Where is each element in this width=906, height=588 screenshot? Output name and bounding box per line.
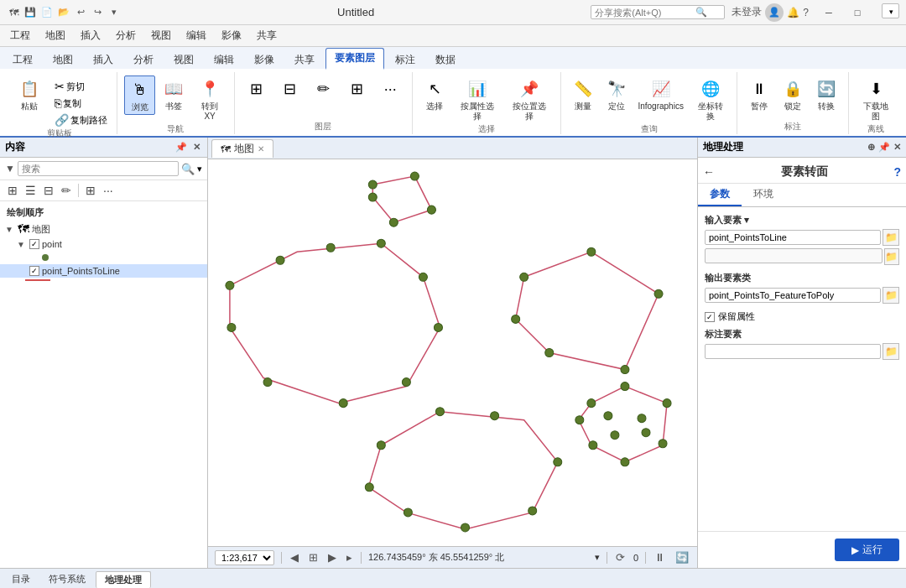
goto-xy-button[interactable]: 📍 转到XY — [192, 75, 226, 123]
measure-button[interactable]: 📏 测量 — [568, 75, 598, 113]
gp-tab-params[interactable]: 参数 — [698, 184, 742, 206]
browse-button[interactable]: 🖱 浏览 — [124, 75, 156, 115]
tree-item-map[interactable]: ▼ 🗺 地图 — [0, 221, 207, 237]
menu-item-map[interactable]: 地图 — [39, 27, 72, 44]
scale-select[interactable]: 1:23,617 — [215, 550, 274, 565]
gp-input-sub-folder-button[interactable]: 📁 — [884, 248, 899, 265]
open-icon[interactable]: 📂 — [57, 6, 70, 19]
layer2-checkbox[interactable]: ✓ — [29, 266, 39, 276]
gp-close-icon[interactable]: ✕ — [893, 142, 901, 153]
copy-path-button[interactable]: 🔗 复制路径 — [52, 112, 110, 127]
gp-add-icon[interactable]: ⊕ — [867, 142, 875, 153]
menu-item-edit[interactable]: 编辑 — [180, 27, 213, 44]
tab-data[interactable]: 数据 — [426, 49, 465, 70]
loc-select-button[interactable]: 📌 按位置选择 — [505, 75, 554, 123]
undo-icon[interactable]: ↩ — [74, 6, 87, 19]
coord-convert-button[interactable]: 🌐 坐标转换 — [690, 75, 731, 123]
menu-item-insert[interactable]: 插入 — [74, 27, 107, 44]
tab-insert[interactable]: 插入 — [84, 49, 122, 70]
tab-feature-layer[interactable]: 要素图层 — [325, 48, 384, 70]
tab-imagery[interactable]: 影像 — [245, 49, 284, 70]
map-dropdown[interactable] — [882, 3, 899, 18]
gp-back-icon[interactable]: ← — [703, 165, 715, 179]
nav-next-icon[interactable]: ▶ — [326, 551, 338, 564]
tab-view[interactable]: 视图 — [164, 49, 203, 70]
panel-search-icon[interactable]: 🔍 — [181, 163, 195, 175]
panel-filter2-icon[interactable]: ⊟ — [41, 182, 56, 199]
menu-item-project[interactable]: 工程 — [3, 27, 37, 44]
gp-help-icon[interactable]: ? — [893, 165, 901, 179]
panel-add-icon[interactable]: ⊞ — [83, 182, 98, 199]
login-status[interactable]: 未登录 👤 🔔 ? — [732, 3, 809, 22]
gp-output-field[interactable] — [705, 288, 881, 303]
paste-button[interactable]: 📋 粘贴 — [10, 75, 49, 127]
pause-button[interactable]: ⏸ 暂停 — [744, 75, 774, 113]
more-icon[interactable]: ▾ — [107, 6, 121, 19]
bell-icon[interactable]: 🔔 — [787, 7, 799, 18]
layer-edit-button[interactable]: ✏ — [308, 75, 338, 102]
gp-input-select[interactable]: point_PointsToLine — [705, 230, 881, 245]
tree-item-layer2[interactable]: ✓ point_PointsToLine — [0, 264, 207, 278]
panel-pin-icon[interactable]: 📌 — [174, 141, 189, 154]
layer1-checkbox[interactable]: ✓ — [29, 239, 39, 249]
lock-button[interactable]: 🔒 锁定 — [778, 75, 808, 113]
tab-share[interactable]: 共享 — [285, 49, 324, 70]
tab-label[interactable]: 标注 — [386, 49, 424, 70]
gp-keep-attr-checkbox[interactable]: ✓ — [705, 312, 715, 322]
nav-more-icon[interactable]: ▸ — [345, 551, 354, 564]
panel-edit2-icon[interactable]: ✏ — [59, 182, 74, 199]
menu-item-imagery[interactable]: 影像 — [215, 27, 248, 44]
bookmark-button[interactable]: 📖 书签 — [159, 75, 189, 113]
cut-button[interactable]: ✂ 剪切 — [52, 79, 110, 94]
nav-prev-icon[interactable]: ◀ — [289, 551, 300, 564]
map-dropdown-button[interactable] — [882, 3, 899, 18]
menu-item-share[interactable]: 共享 — [250, 27, 284, 44]
panel-close-icon[interactable]: ✕ — [191, 141, 202, 154]
download-map-button[interactable]: ⬇ 下载地图 — [856, 75, 896, 123]
gp-label-select[interactable] — [705, 344, 881, 359]
pause-status-icon[interactable]: ⏸ — [653, 551, 667, 564]
gp-output-folder-button[interactable]: 📁 — [883, 287, 899, 304]
tab-project[interactable]: 工程 — [3, 49, 42, 70]
gp-input-dd-icon[interactable]: ▾ — [744, 215, 749, 225]
refresh-icon[interactable]: 🔄 — [674, 551, 690, 564]
coord-dropdown-icon[interactable]: ▾ — [595, 552, 600, 563]
tab-analysis[interactable]: 分析 — [124, 49, 163, 70]
copy-button[interactable]: ⎘ 复制 — [52, 96, 110, 111]
gp-tab-env[interactable]: 环境 — [742, 184, 785, 206]
minimize-button[interactable]: ─ — [815, 4, 842, 21]
bottom-tab-symbology[interactable]: 符号系统 — [40, 571, 94, 587]
gp-pin-icon[interactable]: 📌 — [878, 142, 890, 153]
gp-input-folder-button[interactable]: 📁 — [883, 229, 899, 246]
map-tab-close-icon[interactable]: ✕ — [258, 144, 264, 154]
locate-button[interactable]: 🔭 定位 — [601, 75, 632, 113]
attr-select-button[interactable]: 📊 按属性选择 — [453, 75, 502, 123]
run-button[interactable]: ▶ 运行 — [835, 539, 899, 561]
gp-label-folder-button[interactable]: 📁 — [883, 343, 899, 360]
panel-search-more-icon[interactable]: ▾ — [197, 164, 202, 174]
global-search-input[interactable] — [595, 8, 695, 18]
bottom-tab-catalog[interactable]: 目录 — [3, 571, 39, 587]
menu-item-view[interactable]: 视图 — [144, 27, 178, 44]
panel-more2-icon[interactable]: ··· — [101, 182, 116, 199]
filter-icon[interactable]: ▼ — [5, 163, 15, 174]
infographics-button[interactable]: 📈 Infographics — [635, 75, 687, 113]
panel-list-icon[interactable]: ☰ — [23, 182, 39, 199]
gp-input-sub-field[interactable] — [705, 248, 883, 263]
tab-map[interactable]: 地图 — [44, 49, 82, 70]
tree-item-layer1[interactable]: ▼ ✓ point — [0, 237, 207, 251]
new-icon[interactable]: 📄 — [40, 6, 54, 19]
layer-table-button[interactable]: ⊞ — [241, 75, 271, 102]
help-icon[interactable]: ? — [803, 7, 809, 18]
maximize-button[interactable]: □ — [844, 4, 871, 21]
global-search[interactable]: 🔍 — [591, 5, 725, 19]
map-canvas[interactable] — [208, 159, 697, 546]
nav-extent-icon[interactable]: ⊞ — [307, 551, 320, 564]
bottom-tab-geoprocessing[interactable]: 地理处理 — [96, 571, 151, 588]
avatar[interactable]: 👤 — [765, 3, 784, 22]
map-tab[interactable]: 🗺 地图 ✕ — [211, 139, 273, 158]
panel-search-input[interactable] — [18, 161, 179, 176]
layer-filter-button[interactable]: ⊟ — [274, 75, 305, 102]
rotation-icon[interactable]: ⟳ — [614, 551, 627, 564]
convert-button[interactable]: 🔄 转换 — [811, 75, 841, 113]
